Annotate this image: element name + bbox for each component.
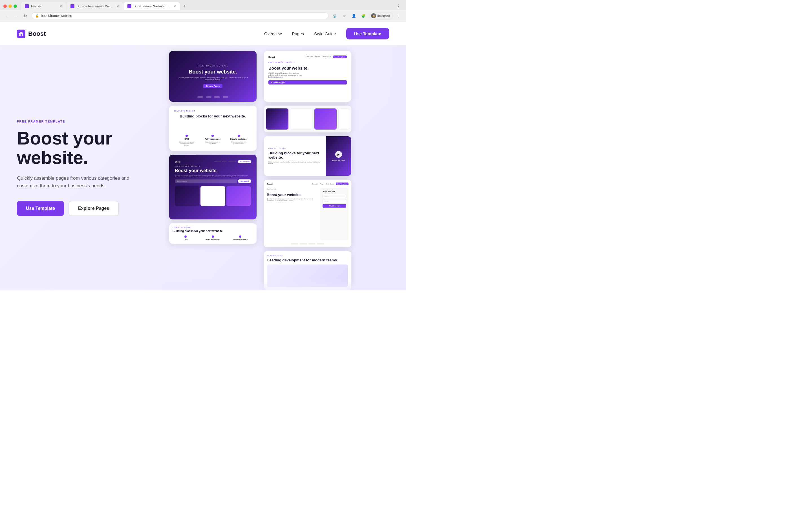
maximize-button[interactable]: [13, 4, 17, 8]
bookmark-icon[interactable]: ☆: [340, 12, 348, 20]
screenshot-success: OUR SUCCESS Leading development for mode…: [264, 251, 351, 290]
feature-desc-cms: Write, edit and update content across CM…: [178, 141, 195, 146]
feat-label-1: CMS: [184, 238, 188, 240]
hero-screenshots: FREE FRAMER TEMPLATE Boost your website.…: [163, 45, 406, 290]
nav-style-guide[interactable]: Style Guide: [314, 31, 336, 36]
tab-close-boost-framer[interactable]: ✕: [173, 4, 176, 8]
minimize-button[interactable]: [8, 4, 12, 8]
hero-explore-pages-button[interactable]: Explore Pages: [68, 201, 119, 216]
sc-toolkit-bottom-badge: COMPLETE TOOLKIT: [172, 227, 253, 228]
nav-links: Overview Pages Style Guide Use Template: [264, 28, 389, 40]
sc-toolkit-bottom-features: CMS Fully responsive Easy to customize: [172, 235, 253, 240]
tab-boost-framer[interactable]: Boost Framer Website Templat... ✕: [123, 2, 180, 10]
sc-light-title: Boost your website.: [268, 66, 347, 70]
feature-label-cms: CMS: [185, 138, 189, 140]
hero-use-template-button[interactable]: Use Template: [17, 201, 64, 216]
logo-text: Boost: [28, 30, 46, 38]
browser-titlebar: Framer ✕ Boost – Responsive Website T...…: [0, 0, 406, 10]
forward-button[interactable]: →: [12, 12, 20, 20]
sc-toolkit-bottom-title: Building blocks for your next website.: [172, 230, 253, 233]
sc-signup-form: Start free trial Name Email Start free t…: [320, 188, 349, 240]
nav-use-template-button[interactable]: Use Template: [346, 28, 389, 40]
browser-menu-button[interactable]: ⋮: [395, 2, 403, 10]
feature-label-customize: Easy to customize: [231, 138, 248, 140]
sc-signup-nav-dot-4: [317, 243, 324, 244]
sc-toolkit-feat-2: Fully responsive: [200, 235, 226, 240]
sc-signup-form-section: Start free trial Boost your website. Qui…: [267, 188, 349, 240]
more-options-icon[interactable]: ⋮: [395, 12, 403, 20]
sc-toolkit-feature-cms: CMS Write, edit and update content acros…: [178, 135, 195, 146]
sc-light-logo: Boost: [268, 56, 275, 58]
fade-overlay-right: [389, 45, 406, 290]
incognito-badge[interactable]: 🕵 Incognito: [369, 12, 393, 19]
screenshot-toolkit: COMPLETE TOOLKIT Building blocks for you…: [169, 106, 257, 151]
browser-chrome: Framer ✕ Boost – Responsive Website T...…: [0, 0, 406, 22]
screenshot-light-hero: Boost Overview Pages Style Guide Use Tem…: [264, 51, 351, 102]
sc-bottom-nav-links: Overview Pages Style Guide Use Template: [214, 160, 251, 163]
sc-bottom-mockup-row: [175, 186, 251, 206]
feat-dot-2: [212, 235, 214, 238]
tab-title-framer: Framer: [31, 4, 57, 8]
sc-bottom-nav: Boost Overview Pages Style Guide Use Tem…: [175, 160, 251, 163]
sc-video-desc: Build a unique experience by mixing and …: [268, 161, 321, 165]
sc-bottom-title: Boost your website.: [175, 168, 251, 173]
feat-label-3: Easy to customize: [233, 238, 248, 240]
sc-success-image: [267, 265, 348, 287]
tab-close-boost-responsive[interactable]: ✕: [116, 4, 119, 8]
cast-icon[interactable]: 📡: [331, 12, 339, 20]
feat-dot-3: [239, 235, 241, 238]
sc-bottom-badge: FREE FRAMER TEMPLATE: [175, 165, 251, 167]
sc-toolkit-feat-1: CMS: [172, 235, 199, 240]
mockup-purple-1: [314, 108, 337, 129]
sc-toolkit-title: Building blocks for your next website.: [174, 114, 252, 118]
extensions-icon[interactable]: 🧩: [359, 12, 367, 20]
address-bar[interactable]: 🔒 boost.framer.website: [32, 12, 328, 19]
page-content: Boost Overview Pages Style Guide Use Tem…: [0, 22, 406, 290]
browser-profile-icon[interactable]: 👤: [350, 12, 358, 20]
traffic-lights: [3, 4, 17, 8]
sc-bottom-link-overview: Overview: [214, 161, 221, 163]
sc-toolkit-features: CMS Write, edit and update content acros…: [174, 135, 252, 146]
tab-close-framer[interactable]: ✕: [59, 4, 62, 8]
browser-tabs: Framer ✕ Boost – Responsive Website T...…: [21, 2, 393, 10]
tab-boost-responsive[interactable]: Boost – Responsive Website T... ✕: [66, 2, 123, 10]
nav-overview[interactable]: Overview: [264, 31, 282, 36]
screenshots-col-1: FREE FRAMER TEMPLATE Boost your website.…: [169, 51, 259, 290]
sc-bottom-link-style: Style Guide: [229, 161, 236, 163]
hero-title: Boost your website.: [17, 129, 147, 168]
sc-video-text: PRODUCT VIDEO Building blocks for your n…: [264, 136, 326, 176]
sc-dark-subtitle: Quickly assemble pages from various cate…: [175, 76, 251, 80]
nav-dot-2: [206, 96, 211, 98]
sc-light-pages: Pages: [315, 55, 320, 58]
mockup-mini-1: [175, 186, 199, 206]
screenshot-toolkit-bottom: COMPLETE TOOLKIT Building blocks for you…: [169, 223, 257, 244]
screenshots-col-2: Boost Overview Pages Style Guide Use Tem…: [264, 51, 354, 290]
sc-bottom-use-template-btn: Use Template: [238, 160, 251, 163]
nav-dot-1: [197, 96, 203, 98]
mockup-dark-1: [266, 108, 289, 129]
sc-success-badge: OUR SUCCESS: [267, 255, 348, 256]
sc-signup-desc: Quickly assemble pages from various cate…: [267, 198, 317, 202]
main-layout: FREE FRAMER TEMPLATE Boost your website.…: [0, 45, 406, 290]
sc-signup-logo: Boost: [267, 183, 273, 185]
sc-light-desc: Quickly assemble pages from various cate…: [268, 72, 302, 78]
sc-signup-use-template-btn: Use Template: [336, 182, 349, 185]
close-button[interactable]: [3, 4, 7, 8]
tab-framer[interactable]: Framer ✕: [21, 2, 66, 10]
incognito-label: Incognito: [377, 14, 390, 17]
nav-pages[interactable]: Pages: [292, 31, 304, 36]
tab-favicon-boost-responsive: [70, 4, 74, 8]
nav-dot-4: [223, 96, 229, 98]
feature-desc-responsive: Layouts that adapt to any device.: [204, 141, 221, 145]
sc-light-badge: FREE FRAMER TEMPLATE: [268, 62, 347, 63]
sc-signup-form-title: Start free trial: [322, 190, 346, 192]
reload-button[interactable]: ↻: [21, 12, 29, 20]
sc-dark-navbar-bottom: [169, 96, 257, 98]
sc-signup-nav-bottom: [267, 243, 349, 244]
back-button[interactable]: ←: [3, 12, 11, 20]
new-tab-button[interactable]: +: [181, 2, 188, 10]
sc-toolkit-feature-customize: Easy to customize Change anything with j…: [231, 135, 248, 146]
sc-video-watch-text: Watch the video: [332, 159, 345, 161]
sc-signup-left: Start free trial Boost your website. Qui…: [267, 188, 317, 240]
logo[interactable]: Boost: [17, 30, 46, 38]
